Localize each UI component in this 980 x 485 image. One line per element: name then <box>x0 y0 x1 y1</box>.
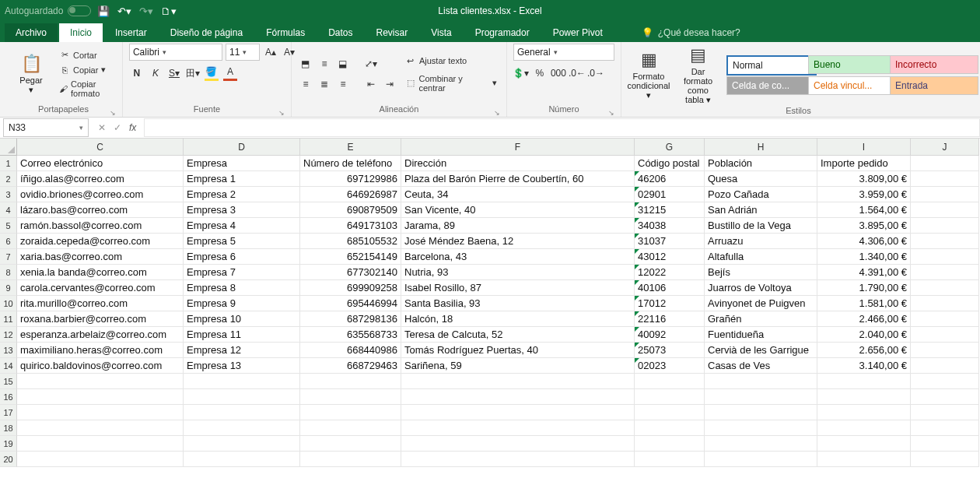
cell[interactable]: 635568733 <box>300 327 401 343</box>
cell[interactable]: quirico.baldovinos@correo.com <box>17 358 184 374</box>
tab-inicio[interactable]: Inicio <box>59 23 103 42</box>
italic-button[interactable]: K <box>148 65 163 81</box>
cell[interactable] <box>911 452 979 467</box>
align-center-icon[interactable]: ≣ <box>317 76 332 92</box>
cell[interactable]: 1.340,00 € <box>817 249 911 265</box>
cell[interactable]: San Adrián <box>705 202 817 218</box>
format-as-table-button[interactable]: ▤ Dar formato como tabla ▾ <box>674 44 722 106</box>
row-header[interactable]: 3 <box>0 187 17 202</box>
cell[interactable] <box>17 452 184 467</box>
worksheet-grid[interactable]: CDEFGHIJ1Correo electrónicoEmpresaNúmero… <box>0 139 980 485</box>
orientation-icon[interactable]: ⤢▾ <box>363 56 379 72</box>
cell[interactable] <box>911 327 979 343</box>
column-header[interactable]: F <box>401 139 635 156</box>
align-middle-icon[interactable]: ≡ <box>317 56 332 72</box>
cell[interactable]: Empresa 7 <box>184 265 300 280</box>
cell[interactable] <box>300 452 401 467</box>
cell[interactable] <box>911 280 979 296</box>
cell[interactable] <box>300 420 401 436</box>
cell[interactable] <box>911 156 979 171</box>
style-bueno[interactable]: Bueno <box>808 55 897 74</box>
decrease-decimal-icon[interactable]: .0→ <box>588 65 604 81</box>
cell[interactable] <box>705 436 817 452</box>
cell[interactable] <box>817 436 911 452</box>
tab-revisar[interactable]: Revisar <box>366 23 419 42</box>
increase-font-icon[interactable]: A▴ <box>263 44 278 60</box>
cell[interactable]: Ceuta, 34 <box>401 187 635 202</box>
autosave-toggle[interactable]: Autoguardado <box>5 5 91 16</box>
cell[interactable] <box>817 452 911 467</box>
dialog-launcher-icon[interactable]: ↘ <box>608 109 614 117</box>
bold-button[interactable]: N <box>129 65 145 81</box>
wrap-text-button[interactable]: ↩Ajustar texto <box>402 54 500 68</box>
tab-insertar[interactable]: Insertar <box>104 23 158 42</box>
undo-icon[interactable]: ↶▾ <box>117 5 131 17</box>
tab-formulas[interactable]: Fórmulas <box>255 23 316 42</box>
cell[interactable] <box>635 389 705 405</box>
tab-datos[interactable]: Datos <box>317 23 363 42</box>
cell[interactable]: Altafulla <box>705 249 817 265</box>
cell[interactable]: Halcón, 18 <box>401 311 635 327</box>
dialog-launcher-icon[interactable]: ↘ <box>494 109 500 117</box>
tab-diseno[interactable]: Diseño de página <box>159 23 254 42</box>
accounting-format-icon[interactable]: 💲▾ <box>513 65 529 81</box>
align-left-icon[interactable]: ≡ <box>298 76 313 92</box>
cell[interactable]: Quesa <box>705 171 817 187</box>
cell[interactable]: 34038 <box>635 218 705 234</box>
cell[interactable] <box>911 405 979 420</box>
cell[interactable] <box>401 389 635 405</box>
cell[interactable]: Bejís <box>705 265 817 280</box>
save-icon[interactable]: 💾 <box>97 5 110 17</box>
column-header[interactable]: G <box>635 139 705 156</box>
fx-icon[interactable]: fx <box>129 122 136 133</box>
cell[interactable] <box>17 436 184 452</box>
cell[interactable]: ramón.bassol@correo.com <box>17 218 184 234</box>
style-normal[interactable]: Normal <box>726 55 817 76</box>
cut-button[interactable]: ✂Cortar <box>56 48 116 62</box>
cell[interactable] <box>911 171 979 187</box>
cell[interactable] <box>911 249 979 265</box>
cell[interactable]: Avinyonet de Puigven <box>705 296 817 311</box>
cell[interactable]: 695446994 <box>300 296 401 311</box>
cell[interactable]: Jarama, 89 <box>401 218 635 234</box>
select-all-corner[interactable] <box>0 139 17 156</box>
column-header[interactable]: I <box>817 139 911 156</box>
cell[interactable]: 4.391,00 € <box>817 265 911 280</box>
cell[interactable]: zoraida.cepeda@correo.com <box>17 234 184 249</box>
cell[interactable] <box>401 405 635 420</box>
column-header[interactable]: C <box>17 139 184 156</box>
cell[interactable]: esperanza.arbelaiz@correo.com <box>17 327 184 343</box>
cell[interactable]: 31037 <box>635 234 705 249</box>
cell[interactable]: 3.140,00 € <box>817 358 911 374</box>
row-header[interactable]: 16 <box>0 389 17 405</box>
cell[interactable] <box>635 436 705 452</box>
cell[interactable]: 1.581,00 € <box>817 296 911 311</box>
cell[interactable]: 25073 <box>635 343 705 358</box>
cell[interactable]: Empresa 9 <box>184 296 300 311</box>
cell[interactable]: rita.murillo@correo.com <box>17 296 184 311</box>
cell[interactable]: Código postal <box>635 156 705 171</box>
cell[interactable]: 687298136 <box>300 311 401 327</box>
cell[interactable] <box>911 218 979 234</box>
row-header[interactable]: 20 <box>0 452 17 467</box>
row-header[interactable]: 6 <box>0 234 17 249</box>
format-painter-button[interactable]: 🖌Copiar formato <box>56 78 116 100</box>
cell[interactable]: San Vicente, 40 <box>401 202 635 218</box>
cell[interactable]: Número de teléfono <box>300 156 401 171</box>
cell[interactable]: Barcelona, 43 <box>401 249 635 265</box>
row-header[interactable]: 5 <box>0 218 17 234</box>
cell[interactable] <box>635 452 705 467</box>
cell[interactable] <box>817 389 911 405</box>
cell[interactable] <box>817 405 911 420</box>
formula-input[interactable] <box>144 118 980 137</box>
cell[interactable] <box>817 420 911 436</box>
column-header[interactable]: E <box>300 139 401 156</box>
cell[interactable] <box>401 436 635 452</box>
cell[interactable]: Empresa 1 <box>184 171 300 187</box>
cell[interactable]: Grañén <box>705 311 817 327</box>
cell[interactable]: Sariñena, 59 <box>401 358 635 374</box>
redo-icon[interactable]: ↷▾ <box>139 5 153 17</box>
align-bottom-icon[interactable]: ⬓ <box>335 56 351 72</box>
cell[interactable]: Empresa 4 <box>184 218 300 234</box>
underline-button[interactable]: S▾ <box>166 65 182 81</box>
